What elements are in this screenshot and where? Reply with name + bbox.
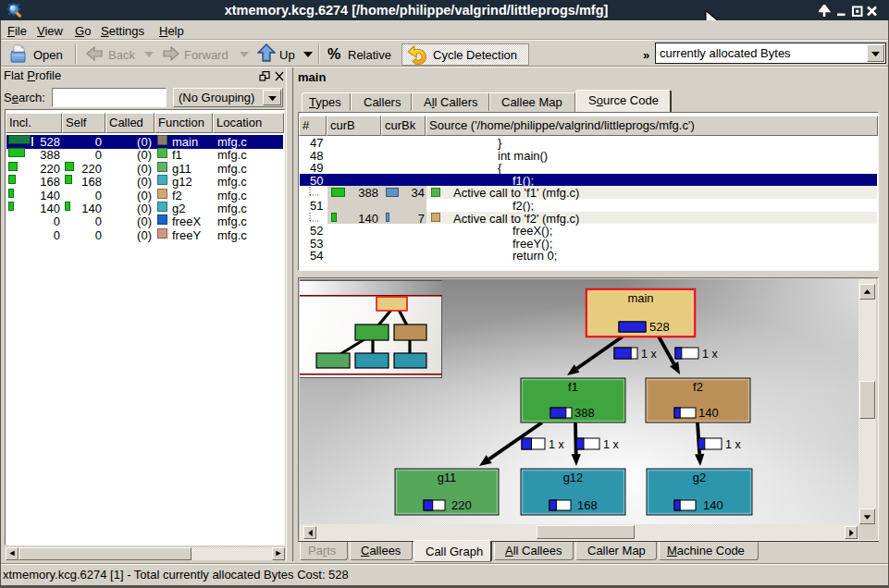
svg-text:g12: g12: [563, 471, 584, 484]
svg-text:f1: f1: [568, 380, 578, 394]
svg-text:168: 168: [577, 498, 598, 512]
svg-text:1 x: 1 x: [725, 438, 741, 451]
svg-text:1 x: 1 x: [702, 348, 718, 361]
svg-text:main: main: [627, 291, 653, 305]
svg-text:1 x: 1 x: [641, 348, 657, 361]
svg-text:140: 140: [703, 498, 723, 512]
svg-text:220: 220: [451, 498, 472, 512]
svg-text:140: 140: [698, 406, 719, 420]
svg-text:g2: g2: [693, 471, 706, 484]
svg-text:g11: g11: [438, 471, 457, 484]
svg-text:1 x: 1 x: [549, 438, 564, 451]
svg-text:528: 528: [649, 320, 670, 334]
svg-text:f2: f2: [693, 380, 703, 394]
svg-text:1 x: 1 x: [603, 438, 619, 451]
svg-text:388: 388: [574, 406, 595, 420]
